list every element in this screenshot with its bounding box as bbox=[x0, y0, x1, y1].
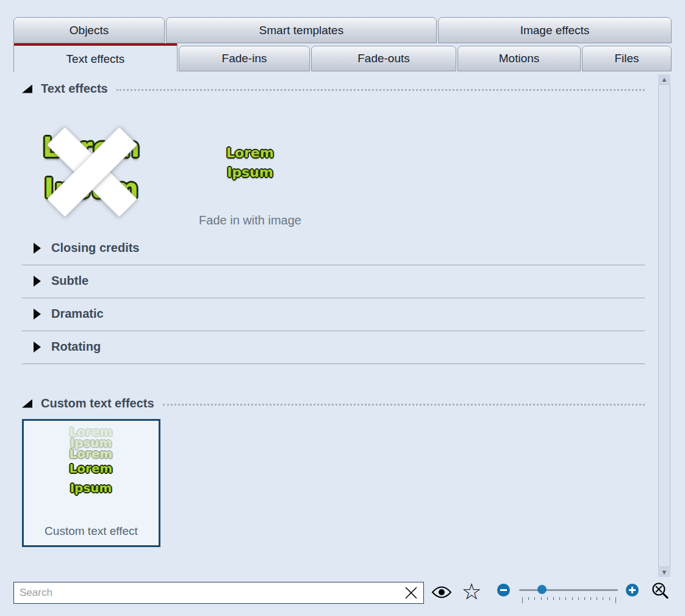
thumbnail-caption: Fade in with image bbox=[199, 213, 301, 227]
tab-smart-templates[interactable]: Smart templates bbox=[166, 17, 437, 43]
tab-motions[interactable]: Motions bbox=[457, 46, 581, 71]
triangle-collapsed-icon bbox=[34, 276, 41, 287]
section-header-closing-credits[interactable]: Closing credits bbox=[34, 241, 139, 255]
triangle-collapsed-icon bbox=[34, 243, 41, 254]
effect-preview-text: Ipsum bbox=[227, 166, 273, 179]
triangle-expanded-icon bbox=[22, 399, 32, 408]
thumbnail-custom-text-effect[interactable]: Lorem Ipsum Lorem Lorem Ipsum Custom tex… bbox=[22, 419, 160, 547]
tab-fade-ins[interactable]: Fade-ins bbox=[179, 46, 310, 71]
section-title: Subtle bbox=[51, 274, 88, 288]
zoom-reset-magnifier-icon[interactable] bbox=[649, 580, 672, 603]
slider-ticks bbox=[522, 597, 616, 603]
thumbnail-caption: Custom text effect bbox=[24, 525, 159, 538]
zoom-out-icon[interactable] bbox=[497, 584, 510, 596]
section-header-text-effects[interactable]: Text effects bbox=[22, 82, 645, 96]
section-separator bbox=[22, 265, 645, 265]
preview-eye-icon[interactable] bbox=[431, 584, 452, 600]
scrollbar-up-icon[interactable]: ▲ bbox=[658, 74, 670, 84]
thumbnail-size-slider-track[interactable] bbox=[519, 589, 618, 591]
section-header-rotating[interactable]: Rotating bbox=[34, 340, 101, 354]
clear-search-icon[interactable] bbox=[401, 583, 421, 603]
tab-image-effects[interactable]: Image effects bbox=[438, 17, 672, 43]
section-title: Rotating bbox=[51, 340, 101, 354]
section-header-subtle[interactable]: Subtle bbox=[34, 274, 88, 288]
zoom-in-icon[interactable] bbox=[626, 584, 639, 596]
section-title: Dramatic bbox=[51, 307, 104, 321]
favorite-star-icon[interactable]: ☆ bbox=[459, 578, 484, 605]
thumbnail-size-slider-thumb[interactable] bbox=[537, 585, 547, 594]
dotted-rule bbox=[163, 404, 645, 406]
section-title: Closing credits bbox=[51, 241, 139, 255]
section-separator bbox=[22, 364, 645, 364]
scrollbar-thumb[interactable] bbox=[658, 84, 670, 567]
search-input[interactable] bbox=[13, 582, 424, 604]
effect-preview-text: Ipsum bbox=[70, 482, 112, 494]
section-title: Text effects bbox=[41, 82, 108, 96]
effect-preview-text: Lorem bbox=[226, 146, 274, 160]
tab-text-effects[interactable]: Text effects bbox=[13, 43, 178, 72]
section-separator bbox=[22, 298, 645, 298]
scrollbar-down-icon[interactable]: ▼ bbox=[658, 567, 670, 577]
section-title: Custom text effects bbox=[41, 396, 154, 410]
triangle-collapsed-icon bbox=[34, 342, 41, 353]
scrollbar[interactable]: ▲ ▼ bbox=[658, 74, 670, 577]
effect-preview-text: Lorem bbox=[70, 462, 113, 475]
section-header-custom-text-effects[interactable]: Custom text effects bbox=[22, 396, 645, 410]
tab-fade-outs[interactable]: Fade-outs bbox=[311, 46, 456, 71]
section-header-dramatic[interactable]: Dramatic bbox=[34, 307, 104, 321]
dotted-rule bbox=[117, 89, 645, 91]
effect-ghost-text: Lorem bbox=[70, 448, 113, 460]
section-separator bbox=[22, 331, 645, 331]
tab-objects[interactable]: Objects bbox=[13, 17, 165, 43]
tab-files[interactable]: Files bbox=[582, 46, 672, 71]
triangle-collapsed-icon bbox=[34, 309, 41, 320]
triangle-expanded-icon bbox=[22, 85, 32, 93]
